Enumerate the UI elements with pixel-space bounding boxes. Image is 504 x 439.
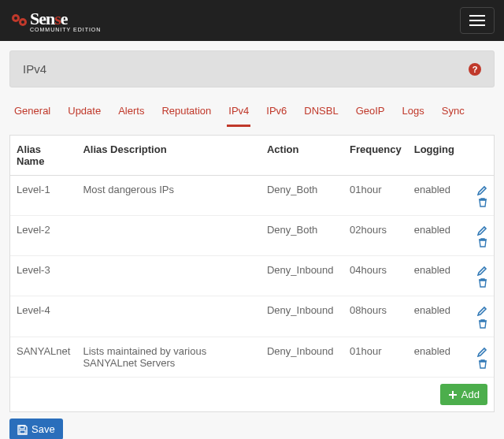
- col-alias-desc: Alias Description: [76, 136, 261, 176]
- cell-action: Deny_Both: [261, 176, 343, 216]
- delete-icon[interactable]: [478, 316, 487, 328]
- cell-action: Deny_Inbound: [261, 337, 343, 377]
- table-row: Level-3Deny_Inbound04hoursenabled: [10, 256, 494, 296]
- add-button[interactable]: Add: [440, 384, 487, 405]
- svg-point-3: [21, 20, 24, 24]
- table-row: Level-4Deny_Inbound08hoursenabled: [10, 296, 494, 337]
- cell-action: Deny_Both: [261, 216, 343, 256]
- cell-log: enabled: [408, 216, 461, 256]
- tab-bar: GeneralUpdateAlertsReputationIPv4IPv6DNS…: [9, 99, 495, 127]
- menu-toggle-button[interactable]: [460, 7, 495, 34]
- cell-desc: Most dangerous IPs: [76, 176, 261, 216]
- col-alias-name: Alias Name: [10, 136, 76, 176]
- cell-name: Level-1: [10, 176, 76, 216]
- tab-update[interactable]: Update: [66, 99, 102, 127]
- panel-title: IPv4: [23, 62, 46, 76]
- cell-desc: Lists maintained by various SANYALnet Se…: [76, 337, 261, 377]
- cell-action: Deny_Inbound: [261, 296, 343, 337]
- cell-freq: 01hour: [343, 337, 408, 377]
- save-button-label: Save: [32, 423, 55, 435]
- edit-icon[interactable]: [477, 224, 487, 236]
- svg-rect-4: [20, 426, 24, 429]
- table-footer: Add: [10, 378, 494, 411]
- alias-table: Alias Name Alias Description Action Freq…: [9, 135, 495, 412]
- edit-icon[interactable]: [477, 345, 487, 357]
- edit-icon[interactable]: [477, 304, 487, 316]
- cell-log: enabled: [408, 176, 461, 216]
- tab-geoip[interactable]: GeoIP: [354, 99, 387, 127]
- plus-icon: [448, 389, 458, 400]
- cell-log: enabled: [408, 256, 461, 296]
- table-row: Level-1Most dangerous IPsDeny_Both01hour…: [10, 176, 494, 216]
- delete-icon[interactable]: [478, 195, 487, 207]
- cell-name: Level-3: [10, 256, 76, 296]
- col-action: Action: [261, 136, 343, 176]
- logo-icon: [9, 10, 30, 31]
- cell-freq: 08hours: [343, 296, 408, 337]
- tab-ipv6[interactable]: IPv6: [265, 99, 288, 127]
- col-logging: Logging: [408, 136, 461, 176]
- cell-name: SANYALnet: [10, 337, 76, 377]
- table-header-row: Alias Name Alias Description Action Freq…: [10, 136, 494, 176]
- brand[interactable]: Sense COMMUNITY EDITION: [9, 9, 101, 32]
- table-row: Level-2Deny_Both02hoursenabled: [10, 216, 494, 256]
- tab-alerts[interactable]: Alerts: [117, 99, 146, 127]
- cell-freq: 02hours: [343, 216, 408, 256]
- delete-icon[interactable]: [478, 236, 487, 247]
- delete-icon[interactable]: [478, 357, 487, 369]
- cell-log: enabled: [408, 337, 461, 377]
- brand-subtitle: COMMUNITY EDITION: [30, 27, 101, 32]
- tab-ipv4[interactable]: IPv4: [227, 99, 250, 127]
- cell-freq: 01hour: [343, 176, 408, 216]
- tab-general[interactable]: General: [13, 99, 52, 127]
- col-frequency: Frequency: [343, 136, 408, 176]
- cell-name: Level-4: [10, 296, 76, 337]
- cell-desc: [76, 256, 261, 296]
- save-button[interactable]: Save: [9, 419, 63, 439]
- cell-name: Level-2: [10, 216, 76, 256]
- navbar: Sense COMMUNITY EDITION: [0, 0, 504, 41]
- cell-freq: 04hours: [343, 256, 408, 296]
- panel-heading: IPv4 ?: [9, 50, 495, 87]
- tab-logs[interactable]: Logs: [401, 99, 426, 127]
- cell-desc: [76, 216, 261, 256]
- add-button-label: Add: [461, 389, 480, 400]
- save-icon: [17, 423, 28, 435]
- tab-dnsbl[interactable]: DNSBL: [302, 99, 339, 127]
- delete-icon[interactable]: [478, 276, 487, 288]
- svg-rect-5: [20, 430, 25, 433]
- tab-reputation[interactable]: Reputation: [160, 99, 213, 127]
- table-row: SANYALnetLists maintained by various SAN…: [10, 337, 494, 377]
- cell-desc: [76, 296, 261, 337]
- svg-point-1: [14, 17, 17, 20]
- help-icon[interactable]: ?: [469, 63, 481, 76]
- cell-log: enabled: [408, 296, 461, 337]
- edit-icon[interactable]: [477, 264, 487, 276]
- tab-sync[interactable]: Sync: [440, 99, 466, 127]
- edit-icon[interactable]: [477, 184, 487, 195]
- cell-action: Deny_Inbound: [261, 256, 343, 296]
